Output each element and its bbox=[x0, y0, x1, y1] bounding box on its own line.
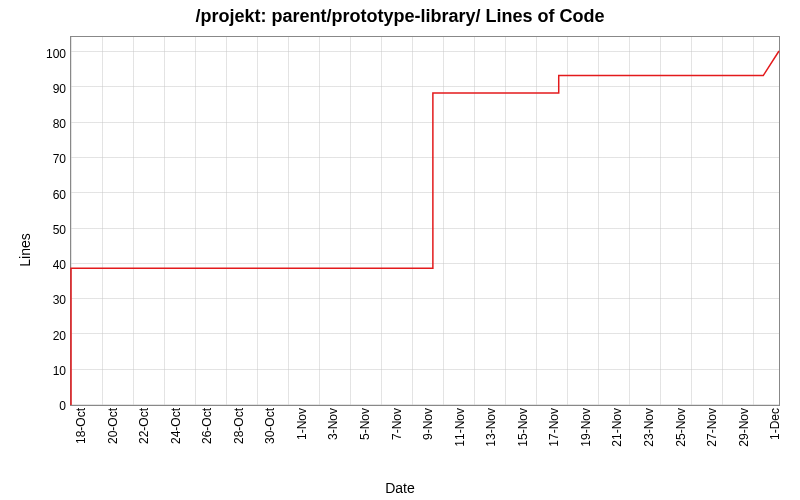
y-tick-label: 10 bbox=[40, 364, 66, 378]
x-tick-label: 1-Dec bbox=[768, 408, 782, 440]
x-tick-label: 11-Nov bbox=[453, 408, 467, 447]
x-tick-label: 23-Nov bbox=[642, 408, 656, 447]
y-tick-label: 90 bbox=[40, 82, 66, 96]
y-tick-label: 0 bbox=[40, 399, 66, 413]
x-tick-label: 30-Oct bbox=[263, 408, 277, 444]
x-tick-label: 1-Nov bbox=[295, 408, 309, 440]
x-tick-label: 7-Nov bbox=[390, 408, 404, 440]
x-tick-label: 28-Oct bbox=[232, 408, 246, 444]
plot-area bbox=[70, 36, 780, 406]
x-tick-label: 22-Oct bbox=[137, 408, 151, 444]
x-axis-ticks: 18-Oct20-Oct22-Oct24-Oct26-Oct28-Oct30-O… bbox=[70, 408, 780, 478]
y-tick-label: 40 bbox=[40, 258, 66, 272]
x-tick-label: 24-Oct bbox=[169, 408, 183, 444]
y-tick-label: 80 bbox=[40, 117, 66, 131]
x-tick-label: 20-Oct bbox=[106, 408, 120, 444]
x-tick-label: 5-Nov bbox=[358, 408, 372, 440]
x-tick-label: 25-Nov bbox=[674, 408, 688, 447]
x-tick-label: 29-Nov bbox=[737, 408, 751, 447]
y-tick-label: 30 bbox=[40, 293, 66, 307]
y-tick-label: 20 bbox=[40, 329, 66, 343]
y-axis-label: Lines bbox=[17, 233, 33, 266]
chart-container: /projekt: parent/prototype-library/ Line… bbox=[0, 0, 800, 500]
x-tick-label: 3-Nov bbox=[326, 408, 340, 440]
x-tick-label: 17-Nov bbox=[547, 408, 561, 447]
x-tick-label: 9-Nov bbox=[421, 408, 435, 440]
x-tick-label: 15-Nov bbox=[516, 408, 530, 447]
x-tick-label: 19-Nov bbox=[579, 408, 593, 447]
y-tick-label: 100 bbox=[40, 47, 66, 61]
x-tick-label: 13-Nov bbox=[484, 408, 498, 447]
y-tick-label: 50 bbox=[40, 223, 66, 237]
data-line bbox=[71, 37, 779, 405]
x-tick-label: 26-Oct bbox=[200, 408, 214, 444]
y-tick-label: 70 bbox=[40, 152, 66, 166]
x-tick-label: 21-Nov bbox=[610, 408, 624, 447]
x-tick-label: 18-Oct bbox=[74, 408, 88, 444]
y-tick-label: 60 bbox=[40, 188, 66, 202]
x-tick-label: 27-Nov bbox=[705, 408, 719, 447]
x-axis-label: Date bbox=[0, 480, 800, 496]
y-axis-ticks: 0102030405060708090100 bbox=[40, 36, 66, 406]
chart-title: /projekt: parent/prototype-library/ Line… bbox=[0, 6, 800, 27]
